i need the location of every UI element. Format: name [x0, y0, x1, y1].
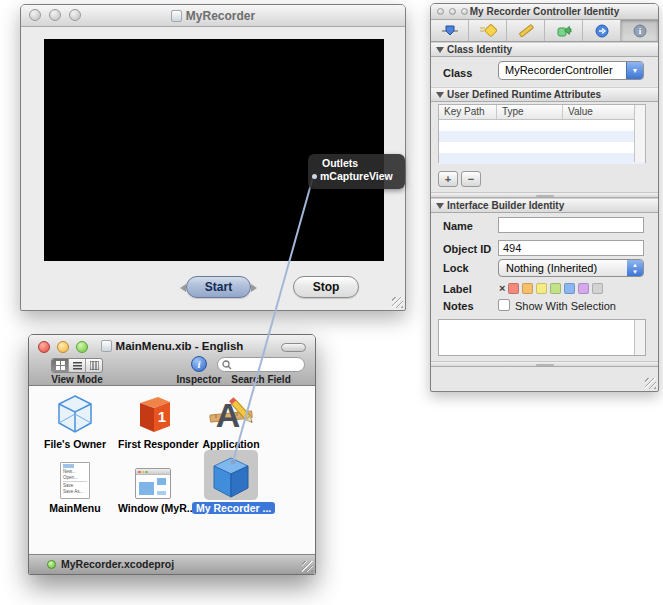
table-row — [439, 153, 645, 164]
start-button[interactable]: Start — [186, 276, 251, 298]
checkbox-label: Show With Selection — [515, 300, 616, 312]
notes-textarea[interactable] — [438, 319, 646, 356]
capture-view[interactable] — [44, 39, 384, 261]
combo-dropdown-icon[interactable]: ▼ — [626, 62, 643, 79]
project-name: MyRecorder.xcodeproj — [61, 558, 174, 570]
section-runtime-attributes[interactable]: User Defined Runtime Attributes — [431, 87, 658, 102]
outlets-tooltip: Outlets mCaptureView — [308, 154, 405, 189]
label-swatch-purple[interactable] — [578, 283, 589, 294]
clear-label-button[interactable]: × — [499, 282, 505, 294]
table-scrollbar[interactable] — [634, 105, 645, 162]
remove-attribute-button[interactable]: − — [461, 171, 481, 187]
document-titlebar[interactable]: MainMenu.xib - English — [29, 335, 315, 386]
disclosure-triangle-icon[interactable] — [436, 47, 444, 53]
column-view-segment[interactable] — [86, 359, 102, 372]
view-mode-segmented-control — [51, 358, 103, 373]
window-title: MyRecorder — [21, 9, 405, 23]
window-icon — [135, 468, 171, 499]
notes-scrollbar[interactable] — [634, 320, 645, 355]
name-field[interactable] — [498, 217, 644, 233]
search-icon — [222, 360, 232, 370]
tab-attributes-inspector[interactable] — [431, 20, 469, 41]
table-header-row: Key Path Type Value — [439, 105, 645, 120]
inspector-title: My Recorder Controller Identity — [431, 6, 658, 17]
section-class-identity[interactable]: Class Identity — [431, 42, 658, 57]
item-first-responder[interactable]: 1 First Responder — [114, 389, 192, 450]
inspector-button[interactable]: i — [191, 356, 207, 372]
lock-label: Lock — [443, 262, 469, 274]
blue-cube-icon — [210, 454, 252, 499]
notes-label: Notes — [443, 300, 474, 312]
icon-view-segment[interactable] — [52, 359, 69, 372]
add-attribute-button[interactable]: + — [438, 171, 458, 187]
inspector-titlebar[interactable]: My Recorder Controller Identity — [431, 4, 658, 20]
identity-inspector-icon: i — [632, 24, 648, 38]
resize-grip-icon[interactable] — [392, 297, 403, 308]
column-view-icon — [90, 361, 99, 370]
class-combobox[interactable]: MyRecorderController ▼ — [498, 61, 644, 80]
item-window-myrecorder[interactable]: Window (MyR... — [114, 453, 192, 514]
selection-handle-right-icon[interactable] — [251, 284, 257, 292]
grid-view-icon — [56, 361, 65, 370]
resize-grip-icon[interactable] — [645, 378, 656, 389]
document-title: MainMenu.xib - English — [29, 340, 315, 352]
table-row — [439, 131, 645, 142]
show-with-selection-checkbox[interactable] — [498, 299, 510, 311]
tab-bindings-inspector[interactable] — [545, 20, 583, 41]
search-input[interactable] — [232, 358, 296, 371]
stop-button[interactable]: Stop — [293, 276, 359, 298]
view-mode-label: View Mode — [41, 374, 113, 385]
label-swatch-red[interactable] — [508, 283, 519, 294]
item-mainmenu[interactable]: New... Open... Save Save As... MainMenu — [36, 453, 114, 514]
inspector-tab-bar: i — [431, 20, 658, 42]
popup-stepper-icon[interactable]: ▲▼ — [627, 260, 643, 276]
svg-text:1: 1 — [158, 408, 166, 425]
column-key-path: Key Path — [439, 105, 497, 119]
search-field-label: Search Field — [229, 374, 293, 385]
disclosure-triangle-icon[interactable] — [436, 92, 444, 98]
class-label: Class — [443, 67, 472, 79]
table-row — [439, 142, 645, 153]
item-application[interactable]: A Application — [192, 389, 270, 450]
toolbar-toggle-button[interactable] — [281, 343, 306, 352]
item-my-recorder-controller[interactable]: My Recorder ... — [192, 453, 270, 514]
label-swatch-gray[interactable] — [592, 283, 603, 294]
inspector-label: Inspector — [169, 374, 229, 385]
disclosure-triangle-icon[interactable] — [436, 203, 444, 209]
label-color-row: × — [499, 282, 603, 294]
myrecorder-titlebar[interactable]: MyRecorder — [21, 5, 405, 27]
tab-size-inspector[interactable] — [507, 20, 545, 41]
tooltip-heading: Outlets — [322, 157, 405, 169]
label-label: Label — [443, 283, 472, 295]
files-owner-cube-icon — [54, 393, 96, 435]
size-inspector-icon — [517, 24, 535, 38]
label-swatch-yellow[interactable] — [536, 283, 547, 294]
list-view-segment[interactable] — [69, 359, 86, 372]
lock-popup[interactable]: Nothing (Inherited) ▲▼ — [498, 259, 644, 277]
saved-status-icon — [47, 560, 56, 569]
label-swatch-green[interactable] — [550, 283, 561, 294]
tab-connections-inspector[interactable] — [583, 20, 621, 41]
inspector-window: My Recorder Controller Identity — [430, 3, 659, 392]
splitter-dimple-icon — [536, 364, 554, 366]
outlet-mcaptureview[interactable]: mCaptureView — [312, 170, 405, 182]
document-proxy-icon — [101, 340, 112, 352]
tab-identity-inspector[interactable]: i — [621, 20, 658, 41]
label-swatch-orange[interactable] — [522, 283, 533, 294]
object-id-field[interactable]: 494 — [498, 240, 644, 256]
splitter[interactable] — [431, 361, 658, 367]
status-bar: MyRecorder.xcodeproj — [29, 554, 315, 574]
section-ib-identity[interactable]: Interface Builder Identity — [431, 198, 658, 213]
item-files-owner[interactable]: File's Owner — [36, 389, 114, 450]
tab-effects-inspector[interactable] — [469, 20, 507, 41]
document-proxy-icon — [171, 10, 182, 22]
selection-handle-left-icon[interactable] — [180, 284, 186, 292]
table-row — [439, 120, 645, 131]
connection-origin-dot[interactable] — [312, 174, 317, 179]
resize-grip-icon[interactable] — [302, 561, 313, 572]
label-swatch-blue[interactable] — [564, 283, 575, 294]
search-field[interactable] — [217, 357, 305, 372]
splitter-dimple-icon — [536, 195, 554, 197]
menu-document-icon: New... Open... Save Save As... — [60, 462, 90, 499]
runtime-attributes-table[interactable]: Key Path Type Value — [438, 104, 646, 163]
